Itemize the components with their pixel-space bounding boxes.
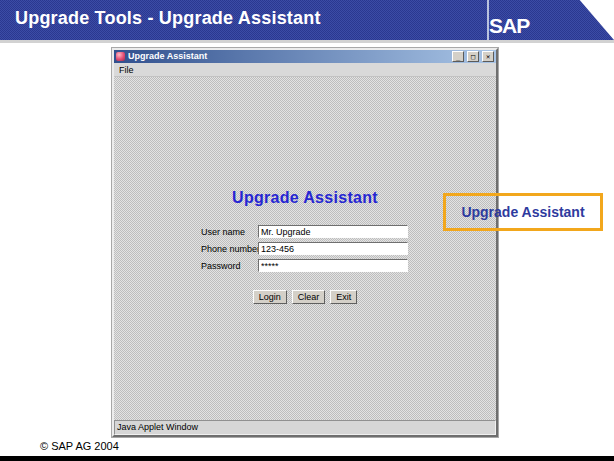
maximize-icon[interactable]: □ — [467, 51, 479, 62]
banner: Upgrade Tools - Upgrade Assistant SAP — [0, 0, 614, 40]
window-title: Upgrade Assistant — [128, 51, 449, 62]
callout-text: Upgrade Assistant — [461, 204, 584, 220]
username-field[interactable] — [258, 225, 408, 238]
form-row-phone: Phone number — [201, 242, 408, 255]
username-label: User name — [201, 227, 258, 237]
phone-field[interactable] — [258, 242, 408, 255]
java-applet-statusbar: Java Applet Window — [114, 420, 496, 435]
applet-window: Upgrade Assistant _ □ ✕ File Upgrade Ass… — [112, 48, 498, 437]
sap-logo: SAP — [489, 15, 529, 37]
content-heading: Upgrade Assistant — [114, 189, 496, 207]
password-field[interactable] — [258, 259, 408, 272]
login-form: User name Phone number Password — [201, 225, 408, 276]
callout-box: Upgrade Assistant — [443, 193, 603, 231]
menubar: File — [114, 63, 496, 77]
close-icon[interactable]: ✕ — [482, 51, 494, 62]
banner-separator — [0, 40, 614, 43]
menu-file[interactable]: File — [114, 64, 139, 76]
phone-label: Phone number — [201, 244, 258, 254]
button-row: Login Clear Exit — [114, 290, 496, 304]
clear-button[interactable]: Clear — [292, 290, 326, 304]
exit-button[interactable]: Exit — [330, 290, 357, 304]
java-applet-icon — [116, 52, 125, 61]
window-titlebar: Upgrade Assistant _ □ ✕ — [114, 50, 496, 63]
form-row-password: Password — [201, 259, 408, 272]
slide-title: Upgrade Tools - Upgrade Assistant — [15, 8, 321, 29]
form-row-username: User name — [201, 225, 408, 238]
slide: Upgrade Tools - Upgrade Assistant SAP Up… — [0, 0, 614, 461]
window-content: Upgrade Assistant User name Phone number… — [114, 77, 496, 420]
bottom-rule — [0, 456, 614, 461]
password-label: Password — [201, 261, 258, 271]
copyright: © SAP AG 2004 — [40, 440, 119, 452]
login-button[interactable]: Login — [253, 290, 287, 304]
minimize-icon[interactable]: _ — [452, 51, 464, 62]
